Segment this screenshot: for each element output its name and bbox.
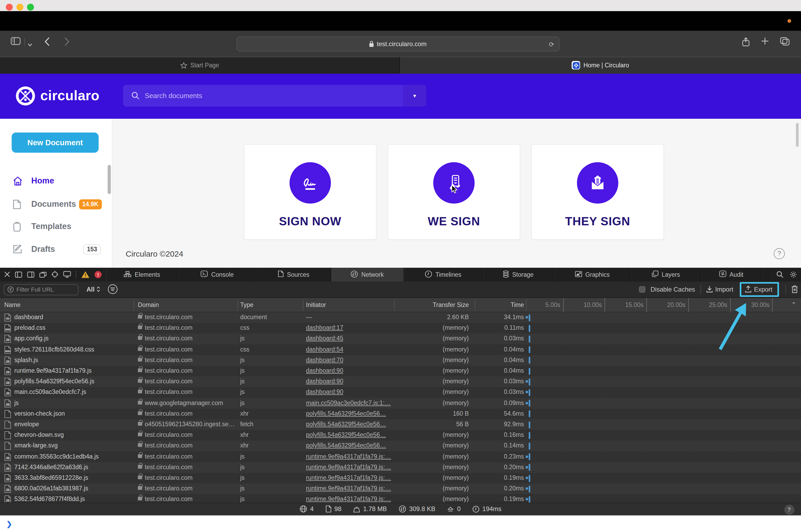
device-settings-icon[interactable]: [63, 271, 71, 278]
request-initiator-link[interactable]: runtime.9ef9a4317af1fa79.js:…: [306, 485, 391, 491]
network-request-row[interactable]: version-check.json test.circularo.com xh…: [0, 409, 801, 419]
filter-scope-icon[interactable]: [108, 284, 118, 296]
request-initiator-link[interactable]: runtime.9ef9a4317af1fa79.js:…: [306, 474, 391, 481]
errors-badge-icon[interactable]: !: [94, 271, 102, 278]
sidebar-item-drafts[interactable]: Drafts153: [0, 242, 112, 256]
inspector-tab-network[interactable]: Network: [331, 268, 404, 281]
import-button[interactable]: Import: [706, 286, 733, 293]
request-initiator-link[interactable]: dashboard:45: [306, 335, 343, 342]
inspector-settings-gear-icon[interactable]: [789, 271, 797, 278]
request-initiator-link[interactable]: runtime.9ef9a4317af1fa79.js:…: [306, 453, 391, 459]
new-tab-icon[interactable]: [761, 37, 769, 47]
console-tab-icon: [201, 271, 208, 279]
element-picker-icon[interactable]: [52, 271, 58, 278]
inspector-tab-layers[interactable]: Layers: [631, 268, 701, 281]
sidebar-badge-documents: 14.9K: [79, 199, 101, 209]
request-initiator-link[interactable]: polyfills.54a6329f54ec0e56…: [306, 421, 386, 427]
reload-icon[interactable]: ⟳: [549, 41, 554, 48]
request-initiator-link[interactable]: polyfills.54a6329f54ec0e56…: [306, 410, 386, 417]
new-document-button[interactable]: New Document: [12, 132, 99, 152]
network-request-row[interactable]: JS main.cc509ac3e0edcfc7.js test.circula…: [0, 387, 801, 398]
request-initiator-link[interactable]: dashboard:90: [306, 367, 343, 374]
inspector-tab-console[interactable]: Console: [178, 268, 257, 281]
inspector-search-icon[interactable]: [776, 271, 783, 278]
address-bar[interactable]: test.circularo.com ⟳: [237, 36, 559, 51]
network-request-row[interactable]: JS runtime.9ef9a4317af1fa79.js test.circ…: [0, 366, 801, 376]
column-time[interactable]: Time: [511, 302, 524, 308]
network-request-row[interactable]: JS 6800.0a026a1fab381987.js test.circula…: [0, 483, 801, 494]
card-they-sign[interactable]: THEY SIGN: [532, 144, 664, 240]
inspector-help-button[interactable]: ?: [784, 505, 794, 514]
disable-caches-checkbox[interactable]: [639, 286, 645, 293]
request-initiator-link[interactable]: dashboard:54: [306, 346, 343, 352]
share-icon[interactable]: [742, 37, 750, 49]
request-initiator-link[interactable]: polyfills.54a6329f54ec0e56…: [306, 442, 386, 449]
warnings-badge-icon[interactable]: !: [81, 271, 90, 278]
resource-type-select[interactable]: All: [87, 285, 100, 293]
request-initiator-link[interactable]: polyfills.54a6329f54ec0e56…: [306, 432, 386, 438]
column-initiator[interactable]: Initiator: [306, 302, 326, 308]
zoom-window-button[interactable]: [27, 4, 34, 10]
page-scrollbar[interactable]: [796, 123, 799, 147]
network-request-row[interactable]: envelope o4505159621345280.ingest.se… fe…: [0, 419, 801, 430]
inspector-tab-storage[interactable]: Storage: [482, 268, 554, 281]
quick-console-bar[interactable]: ❯: [0, 515, 801, 532]
inspector-tab-audit[interactable]: Audit: [701, 268, 761, 281]
search-documents-input[interactable]: Search documents ▼: [123, 85, 426, 107]
request-initiator-link[interactable]: dashboard:70: [306, 357, 343, 363]
request-initiator-link[interactable]: main.cc509ac3e0edcfc7.js:1:…: [306, 399, 391, 406]
inspector-tab-timelines[interactable]: Timelines: [404, 268, 482, 281]
inspector-tab-graphics[interactable]: Graphics: [554, 268, 631, 281]
back-button-icon[interactable]: [44, 37, 50, 48]
dock-side-icon[interactable]: [15, 271, 22, 278]
circularo-logo[interactable]: circularo: [15, 86, 99, 106]
network-request-row[interactable]: css preload.css test.circularo.com css d…: [0, 323, 801, 334]
sidebar-chevron-icon[interactable]: [27, 39, 32, 49]
sidebar-item-templates[interactable]: Templates: [0, 219, 112, 233]
network-request-row[interactable]: JS js www.googletagmanager.com js main.c…: [0, 398, 801, 408]
inspector-tab-elements[interactable]: Elements: [106, 268, 178, 281]
network-request-row[interactable]: <> dashboard test.circularo.com document…: [0, 312, 801, 323]
network-request-row[interactable]: JS common.35563cc9dc1edb4a.js test.circu…: [0, 451, 801, 462]
help-button[interactable]: ?: [774, 248, 785, 259]
network-request-row[interactable]: JS polyfills.54a6329f54ec0e56.js test.ci…: [0, 376, 801, 387]
column-name[interactable]: Name: [4, 302, 20, 308]
detach-window-icon[interactable]: [39, 271, 46, 278]
column-type[interactable]: Type: [240, 302, 254, 308]
minimize-window-button[interactable]: [16, 4, 23, 10]
sidebar-toggle-icon[interactable]: [11, 37, 21, 47]
https-lock-icon: [138, 443, 142, 447]
network-request-row[interactable]: JS splash.js test.circularo.com js dashb…: [0, 355, 801, 366]
request-initiator-link[interactable]: dashboard:17: [306, 324, 343, 331]
network-request-row[interactable]: JS 3633.3abf8ed65912228e.js test.circula…: [0, 473, 801, 483]
network-request-row[interactable]: JS app.config.js test.circularo.com js d…: [0, 334, 801, 344]
scroll-top-button[interactable]: ⌃: [791, 301, 796, 308]
forward-button-icon[interactable]: [64, 37, 70, 48]
tab-home-circularo[interactable]: Home | Circularo: [400, 57, 801, 73]
sidebar-item-home[interactable]: Home: [0, 174, 112, 187]
sidebar-scrollbar[interactable]: [108, 165, 111, 194]
inspector-tab-sources[interactable]: Sources: [257, 268, 331, 281]
request-initiator-link[interactable]: dashboard:90: [306, 389, 343, 395]
waterfall-bar: [529, 475, 530, 482]
close-window-button[interactable]: [6, 4, 13, 10]
network-request-row[interactable]: chevron-down.svg test.circularo.com xhr …: [0, 430, 801, 440]
close-inspector-icon[interactable]: [4, 272, 10, 278]
sidebar-item-documents[interactable]: Documents14.9K: [0, 197, 112, 211]
network-request-row[interactable]: css styles.726118cfb5260d48.css test.cir…: [0, 344, 801, 355]
card-sign-now[interactable]: SIGN NOW: [244, 144, 376, 240]
tab-start-page[interactable]: Start Page: [0, 57, 400, 73]
clear-network-trash-icon[interactable]: [791, 285, 798, 293]
tab-overview-icon[interactable]: [780, 37, 789, 48]
request-initiator-link[interactable]: runtime.9ef9a4317af1fa79.js:…: [306, 496, 391, 502]
request-initiator-link[interactable]: dashboard:90: [306, 378, 343, 384]
network-request-row[interactable]: xmark-large.svg test.circularo.com xhr p…: [0, 441, 801, 451]
filter-url-input[interactable]: Filter Full URL: [4, 284, 78, 295]
column-domain[interactable]: Domain: [138, 302, 159, 308]
column-transfer-size[interactable]: Transfer Size: [433, 302, 469, 308]
dock-bottom-icon[interactable]: [27, 271, 35, 278]
search-filter-dropdown[interactable]: ▼: [403, 85, 426, 107]
export-button[interactable]: Export: [745, 286, 772, 293]
request-initiator-link[interactable]: runtime.9ef9a4317af1fa79.js:…: [306, 464, 391, 470]
network-request-row[interactable]: JS 7142.4346a8e62f2a63d6.js test.circula…: [0, 462, 801, 473]
